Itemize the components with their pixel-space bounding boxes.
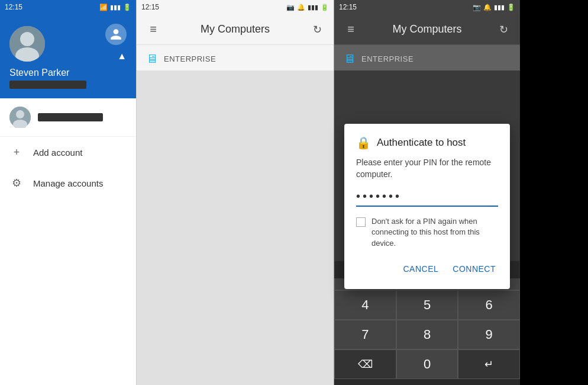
modal-overlay: 🔒 Authenticate to host Please enter your… <box>334 70 520 278</box>
remember-device-label: Don't ask for a PIN again when connectin… <box>371 216 498 249</box>
status-bar-2: 12:15 📷 🔔 ▮▮▮ 🔋 <box>137 0 334 14</box>
chevron-down-icon[interactable]: ⌄ <box>344 383 353 386</box>
enterprise-label-3: ENTERPRISE <box>361 54 413 63</box>
notification-icon-3: 🔔 <box>483 4 492 11</box>
wifi-icon: 📶 <box>99 4 108 11</box>
add-icon: + <box>9 145 24 159</box>
lock-icon: 🔒 <box>356 136 371 150</box>
keyboard-bottom-bar: ⌄ ⊞ <box>334 379 520 385</box>
account-row[interactable] <box>0 98 136 137</box>
key-0[interactable]: 0 <box>396 349 458 379</box>
pin-input[interactable] <box>356 190 498 207</box>
key-5[interactable]: 5 <box>396 290 458 320</box>
toolbar-3: ≡ My Computers ↻ <box>334 14 520 45</box>
drawer-header: Steven Parker ▲ <box>0 14 136 98</box>
key-8[interactable]: 8 <box>396 320 458 349</box>
key-9[interactable]: 9 <box>458 320 520 349</box>
key-6[interactable]: 6 <box>458 290 520 320</box>
enterprise-label-2: ENTERPRISE <box>164 54 216 63</box>
dialog-body-text: Please enter your PIN for the remote com… <box>356 157 498 180</box>
wifi-icon-2: 🔔 <box>297 4 305 11</box>
key-7[interactable]: 7 <box>334 320 396 349</box>
pin-dialog: 🔒 Authenticate to host Please enter your… <box>344 124 510 289</box>
manage-accounts-label: Manage accounts <box>33 178 103 188</box>
status-icons-1: 📶 ▮▮▮ 🔋 <box>99 4 131 11</box>
status-time-3: 12:15 <box>339 3 357 11</box>
computers-panel: 12:15 📷 🔔 ▮▮▮ 🔋 ≡ My Computers ↻ 🖥 ENTER… <box>136 0 334 385</box>
battery-icon-2: 🔋 <box>321 4 329 11</box>
signal-icon: ▮▮▮ <box>110 4 121 11</box>
dialog-title: Authenticate to host <box>377 137 466 149</box>
drawer-panel: 12:15 📶 ▮▮▮ 🔋 Steven Parker ▲ <box>0 0 136 385</box>
refresh-icon-3[interactable]: ↻ <box>492 18 515 41</box>
signal-icon-2: ▮▮▮ <box>308 4 318 11</box>
keyboard-row-3: 7 8 9 <box>334 320 520 349</box>
user-email <box>9 81 86 89</box>
remember-device-checkbox[interactable] <box>356 217 366 227</box>
toolbar-title-2: My Computers <box>165 23 305 36</box>
toolbar-2: ≡ My Computers ↻ <box>137 14 334 45</box>
enterprise-section-2: 🖥 ENTERPRISE <box>137 45 334 70</box>
connect-button[interactable]: CONNECT <box>450 261 498 277</box>
enterprise-section-3: 🖥 ENTERPRISE <box>334 45 520 70</box>
refresh-icon-2[interactable]: ↻ <box>305 18 329 41</box>
status-bar-3: 12:15 📷 🔔 ▮▮▮ 🔋 <box>334 0 520 14</box>
status-time-2: 12:15 <box>141 3 159 11</box>
key-enter[interactable]: ↵ <box>458 349 520 379</box>
account-email-bar <box>38 113 103 121</box>
dialog-panel: 12:15 📷 🔔 ▮▮▮ 🔋 ≡ My Computers ↻ 🖥 ENTER… <box>334 0 520 385</box>
battery-icon-3: 🔋 <box>507 4 515 11</box>
status-icons-3: 📷 🔔 ▮▮▮ 🔋 <box>473 4 515 11</box>
dialog-body: 🔒 Authenticate to host Please enter your… <box>334 70 520 385</box>
monitor-icon-3: 🖥 <box>344 52 356 66</box>
signal-icon-3: ▮▮▮ <box>494 4 505 11</box>
dialog-actions: CANCEL CONNECT <box>356 261 498 277</box>
keyboard-row-2: 4 5 6 <box>334 290 520 320</box>
key-4[interactable]: 4 <box>334 290 396 320</box>
svg-point-1 <box>20 32 34 46</box>
menu-icon-3[interactable]: ≡ <box>339 18 363 41</box>
monitor-icon-2: 🖥 <box>146 52 158 66</box>
status-icons-2: 📷 🔔 ▮▮▮ 🔋 <box>286 4 329 11</box>
camera-icon-3: 📷 <box>473 4 481 11</box>
user-avatar <box>9 26 45 62</box>
keyboard-row-4: ⌫ 0 ↵ <box>334 349 520 379</box>
user-name: Steven Parker <box>9 68 127 78</box>
expand-arrow[interactable]: ▲ <box>117 51 127 62</box>
status-time-1: 12:15 <box>5 3 22 11</box>
gear-icon: ⚙ <box>9 176 24 190</box>
toolbar-title-3: My Computers <box>363 23 492 36</box>
account-avatar <box>9 107 31 128</box>
account-switch-icon[interactable] <box>105 24 127 45</box>
battery-icon: 🔋 <box>123 4 131 11</box>
manage-accounts-item[interactable]: ⚙ Manage accounts <box>0 168 136 198</box>
camera-icon: 📷 <box>286 4 295 11</box>
computers-body-2 <box>137 70 334 385</box>
cancel-button[interactable]: CANCEL <box>400 261 441 277</box>
menu-icon-2[interactable]: ≡ <box>141 18 165 41</box>
remember-device-row: Don't ask for a PIN again when connectin… <box>356 216 498 249</box>
dialog-title-row: 🔒 Authenticate to host <box>356 136 498 150</box>
add-account-label: Add account <box>33 147 82 158</box>
status-bar-1: 12:15 📶 ▮▮▮ 🔋 <box>0 0 136 14</box>
key-backspace[interactable]: ⌫ <box>334 349 396 379</box>
add-account-item[interactable]: + Add account <box>0 137 136 168</box>
svg-point-4 <box>16 110 24 118</box>
